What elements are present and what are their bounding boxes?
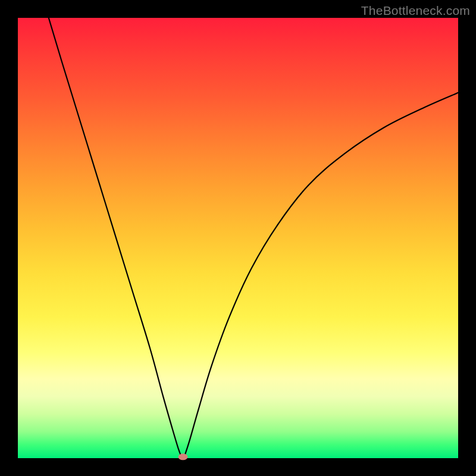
watermark-text: TheBottleneck.com <box>361 4 470 18</box>
curve-right-branch <box>184 93 458 457</box>
plot-area <box>18 18 458 458</box>
curve-svg <box>18 18 458 458</box>
optimal-point-marker <box>178 453 188 460</box>
chart-stage: TheBottleneck.com <box>0 0 476 476</box>
curve-left-branch <box>49 18 181 457</box>
